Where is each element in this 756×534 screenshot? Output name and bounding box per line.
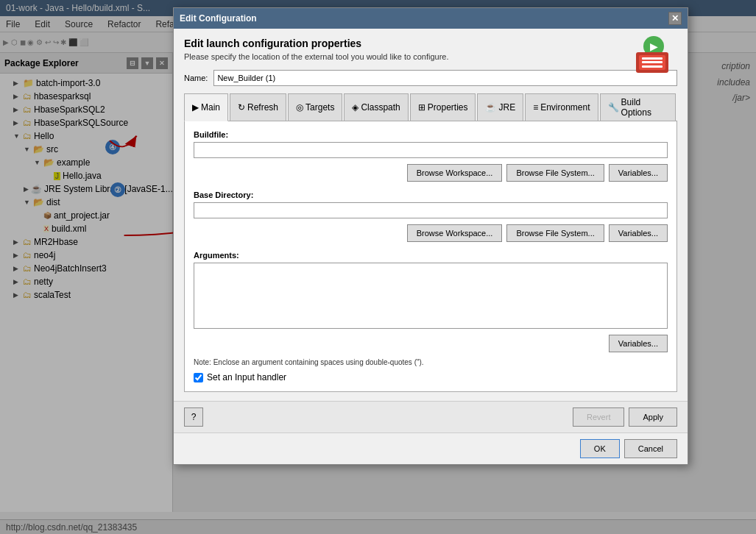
- base-directory-input[interactable]: [194, 202, 668, 218]
- tab-refresh-label: Refresh: [247, 102, 278, 113]
- cancel-button[interactable]: Cancel: [624, 439, 677, 458]
- help-button[interactable]: ?: [184, 407, 203, 427]
- browse-workspace-btn-2[interactable]: Browse Workspace...: [407, 224, 503, 242]
- dialog-title: Edit Configuration: [180, 13, 257, 24]
- tab-properties-icon: ⊞: [418, 102, 425, 113]
- tab-jre-label: JRE: [498, 102, 515, 113]
- variables-btn-1[interactable]: Variables...: [609, 164, 668, 182]
- dialog-heading: Edit launch configuration properties: [184, 38, 677, 49]
- tab-classpath-icon: ◈: [352, 102, 358, 113]
- variables-row: Variables...: [194, 335, 668, 352]
- tab-classpath-label: Classpath: [361, 102, 400, 113]
- browse-filesystem-btn-1[interactable]: Browse File System...: [506, 164, 604, 182]
- tab-refresh-icon: ↻: [238, 102, 245, 113]
- buildfile-btn-row: Browse Workspace... Browse File System..…: [194, 164, 668, 182]
- input-handler-checkbox[interactable]: [194, 373, 203, 382]
- tab-content-main: Buildfile: Browse Workspace... Browse Fi…: [184, 121, 677, 392]
- tab-jre[interactable]: ☕ JRE: [477, 93, 523, 121]
- browse-filesystem-btn-2[interactable]: Browse File System...: [506, 224, 604, 242]
- tab-environment[interactable]: ≡ Environment: [525, 93, 598, 121]
- apply-button[interactable]: Apply: [629, 407, 677, 427]
- tab-targets-icon: ◎: [296, 102, 303, 113]
- name-input[interactable]: [213, 70, 677, 86]
- browse-workspace-btn-1[interactable]: Browse Workspace...: [407, 164, 503, 182]
- tab-build-options-label: Build Options: [621, 97, 668, 118]
- variables-btn-3[interactable]: Variables...: [609, 335, 668, 352]
- tab-targets-label: Targets: [305, 102, 334, 113]
- ok-cancel-row: OK Cancel: [174, 432, 688, 464]
- tab-main-label: Main: [201, 102, 220, 113]
- dialog-body: ▶ Edit launch configuration properties P…: [174, 29, 688, 401]
- tab-jre-icon: ☕: [485, 102, 496, 113]
- dialog-logo: ▶: [636, 36, 677, 77]
- name-row: Name:: [184, 70, 677, 86]
- tab-build-options-icon: 🔧: [608, 102, 619, 113]
- arguments-label: Arguments:: [194, 251, 668, 260]
- tab-targets[interactable]: ◎ Targets: [288, 93, 342, 121]
- input-handler-label: Set an Input handler: [207, 372, 286, 382]
- tab-build-options[interactable]: 🔧 Build Options: [600, 93, 676, 121]
- tab-environment-label: Environment: [540, 102, 590, 113]
- arguments-textarea[interactable]: [194, 263, 668, 329]
- tab-bar: ▶ Main ↻ Refresh ◎ Targets ◈ Classpath ⊞…: [184, 93, 677, 121]
- dialog-titlebar: Edit Configuration ✕: [174, 8, 688, 29]
- ok-button[interactable]: OK: [580, 439, 620, 458]
- base-directory-label: Base Directory:: [194, 191, 668, 199]
- tab-environment-icon: ≡: [533, 102, 538, 113]
- dialog-close-button[interactable]: ✕: [668, 12, 682, 25]
- tab-main[interactable]: ▶ Main: [184, 93, 228, 121]
- tab-refresh[interactable]: ↻ Refresh: [230, 93, 286, 121]
- buildfile-input[interactable]: [194, 142, 668, 158]
- tab-main-icon: ▶: [192, 102, 199, 113]
- name-label: Name:: [184, 74, 208, 82]
- tab-properties[interactable]: ⊞ Properties: [410, 93, 476, 121]
- input-handler-row: Set an Input handler: [194, 372, 668, 382]
- buildfile-label: Buildfile:: [194, 130, 668, 139]
- dialog-subtitle: Please specify the location of the exter…: [184, 52, 677, 61]
- dialog-footer: ? Revert Apply: [174, 401, 688, 432]
- edit-configuration-dialog: Edit Configuration ✕ ▶ Edit la: [173, 7, 688, 465]
- base-dir-btn-row: Browse Workspace... Browse File System..…: [194, 224, 668, 242]
- tab-properties-label: Properties: [428, 102, 468, 113]
- variables-btn-2[interactable]: Variables...: [609, 224, 668, 242]
- note-text: Note: Enclose an argument containing spa…: [194, 358, 668, 366]
- revert-button[interactable]: Revert: [573, 407, 624, 427]
- tab-classpath[interactable]: ◈ Classpath: [344, 93, 408, 121]
